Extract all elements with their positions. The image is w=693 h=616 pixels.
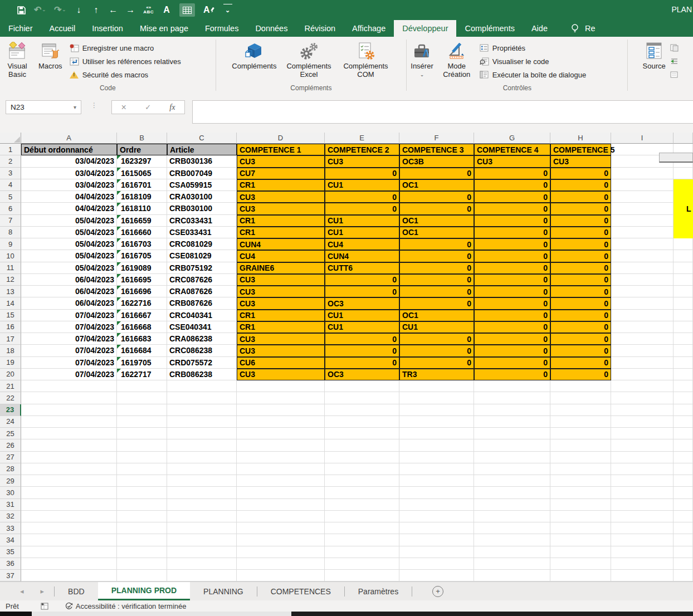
- cell-B12[interactable]: 1616695: [117, 274, 167, 286]
- cell-C4[interactable]: CSA059915: [167, 179, 237, 191]
- cell-J36[interactable]: [674, 558, 693, 570]
- cell-G5[interactable]: 0: [474, 191, 550, 203]
- move-left-icon[interactable]: ←: [109, 4, 118, 16]
- cell-F32[interactable]: [399, 511, 474, 522]
- cell-E33[interactable]: [325, 522, 399, 534]
- row-header-35[interactable]: 35: [0, 546, 21, 558]
- formula-input[interactable]: [192, 100, 693, 124]
- cell-D33[interactable]: [237, 522, 325, 534]
- cell-B31[interactable]: [117, 499, 167, 511]
- cell-D30[interactable]: [237, 487, 325, 498]
- cell-H23[interactable]: [550, 404, 611, 416]
- tab-mise-en-page[interactable]: Mise en page: [131, 20, 197, 37]
- cell-C1[interactable]: Article: [167, 144, 237, 155]
- row-header-20[interactable]: 20: [0, 369, 21, 380]
- cell-H21[interactable]: [550, 380, 611, 392]
- col-header-H[interactable]: H: [550, 133, 611, 144]
- yellow-note[interactable]: L: [674, 179, 693, 238]
- cell-F31[interactable]: [399, 499, 474, 511]
- cell-D25[interactable]: [237, 428, 325, 439]
- cell-J20[interactable]: [674, 369, 693, 380]
- cell-E16[interactable]: CU1: [325, 321, 399, 333]
- addins-button[interactable]: Compléments: [228, 40, 280, 72]
- cell-E24[interactable]: [325, 416, 399, 428]
- cell-H15[interactable]: 0: [550, 310, 611, 321]
- undo-icon[interactable]: ↶⌄: [34, 4, 46, 16]
- name-box[interactable]: N23 ▾: [6, 100, 81, 114]
- cell-B21[interactable]: [117, 380, 167, 392]
- cell-A31[interactable]: [21, 499, 117, 511]
- cell-B18[interactable]: 1616684: [117, 345, 167, 356]
- cell-D13[interactable]: CU3: [237, 286, 325, 297]
- cell-G2[interactable]: CU3: [474, 155, 550, 167]
- cell-G18[interactable]: 0: [474, 345, 550, 356]
- cell-H37[interactable]: [550, 570, 611, 581]
- spelling-icon[interactable]: «»ABC: [143, 4, 154, 16]
- cell-B25[interactable]: [117, 428, 167, 439]
- cell-B16[interactable]: 1616668: [117, 321, 167, 333]
- cell-C6[interactable]: CRB030100: [167, 203, 237, 214]
- cell-A20[interactable]: 07/04/2023: [21, 369, 117, 380]
- cell-H35[interactable]: [550, 546, 611, 558]
- cell-H28[interactable]: [550, 463, 611, 475]
- excel-addins-button[interactable]: Compléments Excel: [280, 40, 337, 80]
- record-macro-status-icon[interactable]: [40, 603, 49, 610]
- cell-A16[interactable]: 07/04/2023: [21, 321, 117, 333]
- row-header-6[interactable]: 6: [0, 203, 21, 214]
- cell-B2[interactable]: 1623297: [117, 155, 167, 167]
- cell-I27[interactable]: [611, 452, 674, 463]
- cell-G27[interactable]: [474, 452, 550, 463]
- cell-C27[interactable]: [167, 452, 237, 463]
- cell-C34[interactable]: [167, 534, 237, 546]
- cell-B1[interactable]: Ordre: [117, 144, 167, 155]
- cell-D37[interactable]: [237, 570, 325, 581]
- cell-C15[interactable]: CRC040341: [167, 310, 237, 321]
- cell-G1[interactable]: COMPETENCE 4: [474, 144, 550, 155]
- sheet-tab-paramètres[interactable]: Paramètres: [345, 582, 412, 600]
- cell-E23[interactable]: [325, 404, 399, 416]
- cell-F24[interactable]: [399, 416, 474, 428]
- cell-F10[interactable]: 0: [399, 250, 474, 262]
- cell-E29[interactable]: [325, 475, 399, 487]
- cell-G14[interactable]: 0: [474, 297, 550, 309]
- cell-C35[interactable]: [167, 546, 237, 558]
- cell-D28[interactable]: [237, 463, 325, 475]
- cell-G19[interactable]: 0: [474, 357, 550, 369]
- visual-basic-button[interactable]: Visual Basic: [0, 40, 35, 80]
- cell-A35[interactable]: [21, 546, 117, 558]
- cell-D3[interactable]: CU7: [237, 168, 325, 179]
- cell-A9[interactable]: 05/04/2023: [21, 238, 117, 250]
- cell-G31[interactable]: [474, 499, 550, 511]
- cell-B7[interactable]: 1616659: [117, 215, 167, 227]
- enter-icon[interactable]: ✓: [145, 103, 151, 111]
- cell-C22[interactable]: [167, 392, 237, 404]
- cell-J11[interactable]: [674, 262, 693, 274]
- cell-F23[interactable]: [399, 404, 474, 416]
- cell-I5[interactable]: [611, 191, 674, 203]
- cell-H17[interactable]: 0: [550, 333, 611, 345]
- cell-B4[interactable]: 1616701: [117, 179, 167, 191]
- cell-E12[interactable]: 0: [325, 274, 399, 286]
- cell-D10[interactable]: CU4: [237, 250, 325, 262]
- cell-I7[interactable]: [611, 215, 674, 227]
- cell-I17[interactable]: [611, 333, 674, 345]
- cell-E26[interactable]: [325, 439, 399, 451]
- cell-A22[interactable]: [21, 392, 117, 404]
- xml-source-button[interactable]: Source: [639, 40, 670, 72]
- cell-I11[interactable]: [611, 262, 674, 274]
- save-icon[interactable]: [17, 4, 26, 16]
- row-header-28[interactable]: 28: [0, 463, 21, 475]
- cell-E25[interactable]: [325, 428, 399, 439]
- cell-F35[interactable]: [399, 546, 474, 558]
- cell-B37[interactable]: [117, 570, 167, 581]
- cell-I10[interactable]: [611, 250, 674, 262]
- cell-H1[interactable]: COMPETENCE 5: [550, 144, 611, 155]
- cell-E11[interactable]: CUTT6: [325, 262, 399, 274]
- cell-A12[interactable]: 06/04/2023: [21, 274, 117, 286]
- cell-B14[interactable]: 1622716: [117, 297, 167, 309]
- cell-G17[interactable]: 0: [474, 333, 550, 345]
- cell-E35[interactable]: [325, 546, 399, 558]
- cell-C36[interactable]: [167, 558, 237, 570]
- form-button-partial[interactable]: [659, 153, 693, 163]
- row-header-21[interactable]: 21: [0, 380, 21, 392]
